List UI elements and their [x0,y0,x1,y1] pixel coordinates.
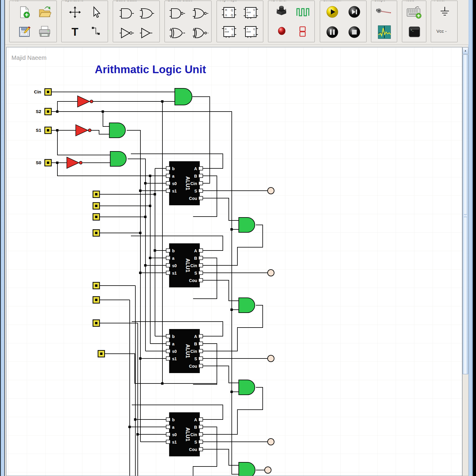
canvas-author-text[interactable]: Majid Naeem [12,54,47,61]
and-gate[interactable] [109,123,126,138]
push-button-icon[interactable] [274,5,289,19]
svg-text:Q̄: Q̄ [231,34,233,36]
svg-text:A: A [194,334,197,339]
and-gate[interactable] [239,217,255,232]
not-gate[interactable] [76,125,91,136]
pointer-icon[interactable] [89,6,102,19]
toolbar-group-flip-flops: Flip-Flops RSQQ̄ JclockKQQ̄ DclockQQ̄ Tc… [217,1,263,42]
data-pin[interactable] [93,214,100,220]
svg-text:Cin: Cin [190,432,197,437]
nor-gate-icon[interactable] [192,7,209,19]
new-file-icon[interactable] [18,6,31,19]
alu-block[interactable]: bas0s1 ABCinSCou ALU1 [166,329,203,373]
xnor-gate-icon[interactable] [192,27,209,39]
t-flipflop-icon[interactable]: TclockQQ̄ [243,25,259,38]
svg-text:B: B [194,342,197,346]
input-pin-cin[interactable] [45,89,51,95]
jk-flipflop-icon[interactable]: JclockKQQ̄ [243,6,259,19]
probe-icon[interactable] [375,7,392,16]
save-file-icon[interactable] [18,25,31,38]
data-pin[interactable] [93,230,100,236]
and-gate[interactable] [110,151,126,166]
svg-text:s0: s0 [172,263,177,268]
svg-text:A: A [194,248,197,253]
terminal-icon[interactable]: >_ [409,26,420,37]
run-icon[interactable] [326,6,339,18]
not-gate-icon[interactable] [119,27,134,39]
move-icon[interactable] [68,6,82,19]
output-probe[interactable] [268,270,274,276]
data-pin[interactable] [93,191,100,198]
or-gate-icon[interactable] [139,7,155,19]
svg-text:a: a [172,342,175,346]
canvas-title-text[interactable]: Arithmatic Logic Unit [95,63,206,76]
svg-text:Cin: Cin [190,263,197,268]
led-icon[interactable] [277,26,286,35]
data-pin[interactable] [93,297,100,303]
scrollbar-thumb[interactable] [463,54,468,374]
nand-gate-icon[interactable] [169,7,186,19]
svg-text:clock: clock [225,31,229,33]
seven-segment-icon[interactable] [299,26,306,37]
output-probe[interactable] [268,439,274,445]
vcc-icon[interactable]: Vcc - [435,28,454,35]
toolbar-group-basic-gates: Basic Gates [113,1,160,42]
svg-text:Cou: Cou [189,447,197,452]
and-gate-icon[interactable] [119,7,134,19]
and-gate[interactable] [239,298,255,313]
step-icon[interactable] [348,6,361,18]
svg-text:S: S [194,271,197,275]
svg-text:Q̄: Q̄ [253,14,255,17]
d-flipflop-icon[interactable]: DclockQQ̄ [221,25,237,38]
wire-tool-icon[interactable] [89,25,102,38]
alu-block[interactable]: bas0s1 ABCinSCou ALU1 [166,412,203,456]
toolbar: File Operations T [5,0,469,45]
xor-gate-icon[interactable] [169,27,186,39]
pause-icon[interactable] [326,26,339,38]
clock-icon[interactable] [296,6,310,18]
output-probe[interactable] [265,467,271,473]
not-gate[interactable] [67,157,82,168]
app-window: File Operations T [5,0,468,476]
toolbar-group-io-panel: IO Panel [268,1,315,42]
window-border-right [468,0,473,476]
schematic-canvas[interactable]: Majid Naeem Arithmatic Logic Unit [6,47,462,476]
svg-text:A: A [194,166,197,171]
and-gate[interactable] [239,380,255,395]
data-pin[interactable] [98,350,105,357]
rs-flipflop-icon[interactable]: RSQQ̄ [221,6,237,19]
output-probe[interactable] [268,355,274,362]
group-label-io-panel: IO Panel [271,1,313,2]
input-pin-s1[interactable] [45,127,51,134]
ground-icon[interactable] [439,6,450,19]
group-label-file: File [12,1,55,2]
svg-text:S: S [194,356,197,361]
alu-block[interactable]: bas0s1 ABCinSCou ALU1 [166,161,203,205]
svg-text:>_: >_ [411,29,414,32]
data-pin[interactable] [93,203,100,209]
svg-text:Q: Q [231,28,233,30]
keyboard-icon[interactable] [406,6,422,19]
alu-block[interactable]: bas0s1 ABCinSCou ALU1 [166,243,203,287]
svg-text:Vcc -: Vcc - [436,29,447,34]
svg-text:B: B [194,174,197,178]
not-gate[interactable] [78,96,93,107]
data-pin[interactable] [93,320,100,326]
open-file-icon[interactable] [38,6,51,19]
and-gate[interactable] [175,88,192,105]
and-gate[interactable] [239,462,255,476]
alu-title: ALU1 [185,427,191,441]
output-probe[interactable] [268,187,274,194]
svg-text:a: a [172,425,175,430]
input-pin-s2[interactable] [45,108,51,115]
buffer-gate-icon[interactable] [139,27,155,39]
stop-icon[interactable] [348,26,361,38]
print-icon[interactable] [38,25,51,38]
oscilloscope-icon[interactable] [378,25,391,39]
window-border-left [1,0,4,476]
data-pin[interactable] [93,282,100,289]
scroll-up-button[interactable]: ▲ [463,47,468,54]
alu-title: ALU1 [185,176,191,190]
input-pin-s0[interactable] [45,159,51,166]
text-tool-icon[interactable]: T [68,25,82,38]
